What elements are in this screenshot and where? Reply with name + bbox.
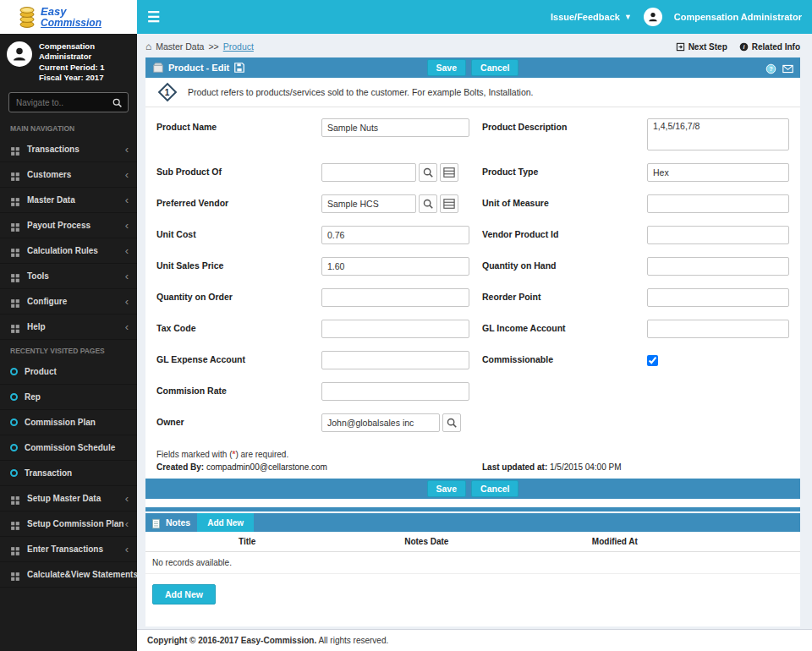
- commision-rate-input[interactable]: [321, 382, 469, 401]
- unit-cost-input[interactable]: [321, 226, 469, 244]
- owner-label: Owner: [156, 413, 321, 427]
- user-avatar-icon[interactable]: [644, 8, 662, 26]
- add-new-button-bottom[interactable]: Add New: [152, 584, 216, 604]
- search-icon[interactable]: [112, 96, 123, 107]
- recently-visited-label: RECENTLY VISITED PAGES: [0, 340, 137, 359]
- sidebar-item-setup-commission-plan[interactable]: Setup Commission Plan‹: [0, 512, 137, 537]
- gl-expense-account-input[interactable]: [321, 351, 469, 369]
- logo-text: Easy Commission: [41, 6, 102, 28]
- chevron-left-icon: ‹: [125, 169, 129, 180]
- sidebar-item-enter-transactions[interactable]: Enter Transactions‹: [0, 537, 137, 562]
- recent-dot-icon: [10, 368, 18, 375]
- save-button[interactable]: Save: [427, 59, 467, 76]
- recent-dot-icon: [10, 444, 18, 451]
- gl-income-account-input[interactable]: [647, 320, 789, 338]
- breadcrumb-current-link[interactable]: Product: [223, 41, 254, 52]
- sidebar-item-transactions[interactable]: Transactions‹: [0, 137, 137, 162]
- preferred-vendor-input[interactable]: [321, 194, 416, 213]
- sidebar-item-master-data[interactable]: Master Data‹: [0, 188, 137, 213]
- notes-icon: [151, 517, 162, 528]
- product-type-label: Product Type: [482, 163, 647, 177]
- recent-item-commission-schedule[interactable]: Commission Schedule: [0, 435, 137, 461]
- search-icon[interactable]: [419, 163, 437, 182]
- required-fields-note: Fields marked with (*) are required.: [145, 446, 800, 461]
- sidebar-item-setup-master-data[interactable]: Setup Master Data‹: [0, 486, 137, 512]
- sidebar-item-label: Payout Process: [27, 221, 91, 230]
- quantity-on-order-input[interactable]: [321, 288, 469, 307]
- form-row: Unit Sales PriceQuantity on Hand: [156, 257, 800, 276]
- product-description-input[interactable]: 1,4,5/16,7/8: [647, 118, 789, 150]
- recent-item-commission-plan[interactable]: Commission Plan: [0, 410, 137, 435]
- commissionable-checkbox[interactable]: [647, 355, 658, 366]
- sidebar-item-label: Calculation Rules: [27, 246, 98, 255]
- cancel-button[interactable]: Cancel: [471, 59, 518, 76]
- breadcrumb-separator: >>: [208, 41, 218, 52]
- breadcrumb: ⌂ Master Data >> Product Next Step i Rel…: [137, 34, 812, 57]
- sidebar-item-calculate-view-statements[interactable]: Calculate&View Statements‹: [0, 562, 137, 588]
- save-button-bottom[interactable]: Save: [427, 480, 467, 497]
- issue-feedback-menu[interactable]: Issue/Feedback ▼: [551, 12, 632, 22]
- recent-item-rep[interactable]: Rep: [0, 385, 137, 410]
- help-icon[interactable]: ?: [765, 63, 776, 74]
- notes-header-row: TitleNotes DateModified At: [145, 532, 800, 552]
- sub-product-of-input[interactable]: [321, 163, 416, 182]
- chevron-left-icon: ‹: [125, 518, 129, 529]
- sidebar-search-input[interactable]: [8, 92, 129, 112]
- reorder-point-label: Reorder Point: [482, 288, 647, 302]
- form-rows: Product NameProduct Description1,4,5/16,…: [156, 118, 800, 432]
- notes-column-modified-at: Modified At: [551, 537, 800, 546]
- sidebar-item-configure[interactable]: Configure‹: [0, 289, 137, 315]
- search-icon[interactable]: [442, 413, 461, 432]
- related-info-icon: i: [739, 42, 749, 52]
- sidebar-item-label: Tools: [27, 271, 49, 281]
- bottom-actions: Save Cancel: [145, 480, 800, 497]
- email-icon[interactable]: [782, 63, 793, 74]
- sidebar-item-customers[interactable]: Customers‹: [0, 162, 137, 188]
- profile-period: Current Period: 1: [39, 63, 130, 73]
- related-info-button[interactable]: i Related Info: [739, 42, 800, 52]
- notes-column-title: Title: [145, 537, 342, 546]
- cancel-button-bottom[interactable]: Cancel: [471, 480, 518, 497]
- chevron-left-icon: ‹: [125, 271, 129, 282]
- bottom-actions-bar: Save Cancel: [145, 479, 800, 499]
- search-icon[interactable]: [419, 194, 437, 213]
- quantity-on-hand-input[interactable]: [647, 257, 789, 276]
- owner-input[interactable]: [321, 413, 440, 432]
- sidebar-item-payout-process[interactable]: Payout Process‹: [0, 213, 137, 238]
- next-step-button[interactable]: Next Step: [676, 42, 727, 52]
- product-name-input[interactable]: [321, 118, 469, 137]
- form-spacer: [482, 382, 647, 386]
- reorder-point-input[interactable]: [647, 288, 789, 307]
- main-content: ⌂ Master Data >> Product Next Step i Rel…: [137, 34, 812, 651]
- app-logo: Easy Commission: [0, 0, 137, 34]
- chevron-left-icon: ‹: [125, 544, 129, 555]
- topbar-main: ☰ Issue/Feedback ▼ Compensation Administ…: [137, 0, 812, 34]
- sidebar-item-tools[interactable]: Tools‹: [0, 264, 137, 289]
- product-type-input[interactable]: [647, 163, 789, 182]
- unit-of-measure-input[interactable]: [647, 194, 789, 213]
- hamburger-icon[interactable]: ☰: [147, 10, 160, 25]
- sidebar-item-calculation-rules[interactable]: Calculation Rules‹: [0, 238, 137, 264]
- sidebar-item-label: Customers: [27, 170, 71, 179]
- next-step-label: Next Step: [689, 42, 727, 52]
- created-by-label: Created By:: [156, 462, 204, 472]
- lookup-list-icon[interactable]: [440, 163, 458, 182]
- sidebar-item-label: Configure: [27, 297, 67, 306]
- step-number-icon: 1: [158, 83, 178, 102]
- info-note-text: Product refers to products/services sold…: [188, 87, 534, 97]
- vendor-product-id-input[interactable]: [647, 226, 789, 244]
- lookup-list-icon[interactable]: [440, 194, 458, 213]
- recent-item-transaction[interactable]: Transaction: [0, 461, 137, 486]
- unit-sales-price-input[interactable]: [321, 257, 469, 276]
- last-updated-value: 1/5/2015 04:00 PM: [550, 462, 622, 472]
- sidebar-item-help[interactable]: Help‹: [0, 315, 137, 340]
- notes-add-new-button[interactable]: Add New: [197, 513, 254, 532]
- topbar-user-name: Compensation Administrator: [674, 12, 802, 22]
- caret-down-icon: ▼: [624, 13, 632, 21]
- product-edit-icon: [152, 62, 164, 74]
- tax-code-input[interactable]: [321, 320, 469, 338]
- coins-icon: [19, 6, 36, 29]
- unit-of-measure-label: Unit of Measure: [482, 194, 647, 208]
- commision-rate-label: Commision Rate: [156, 382, 321, 396]
- recent-item-product[interactable]: Product: [0, 359, 137, 385]
